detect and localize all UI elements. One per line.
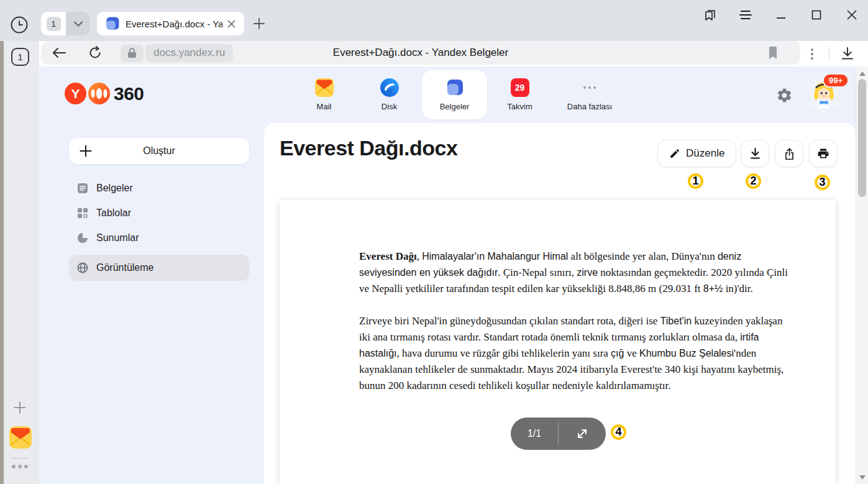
avatar-image [809,99,839,110]
yandex360-header: Y 360 [39,66,856,123]
nav-item-mail[interactable]: Mail [291,70,357,119]
menu-icon[interactable] [738,7,753,22]
paragraph: Zirveye biri Nepal'in güneydoğusundan çı… [359,313,794,394]
calendar-app-icon: 29 [511,78,529,97]
edit-label: Düzenle [686,147,724,160]
chrome-row: docs.yandex.ru Everest+Dağı.docx - Yande… [39,41,868,66]
sidebar-item-goruntuleme[interactable]: Görüntüleme [69,255,249,281]
fullscreen-button[interactable] [558,422,605,445]
sidebar-item-belgeler[interactable]: Belgeler [69,176,249,201]
minimize-icon[interactable] [774,7,788,22]
chrome-right-controls [803,41,864,66]
bookmark-flag-icon[interactable] [763,43,783,63]
lock-icon[interactable] [121,44,144,62]
scroll-up-arrow[interactable] [856,68,868,79]
url-text[interactable]: docs.yandex.ru [145,44,233,62]
print-document-button[interactable] [809,140,838,167]
nav-item-disk[interactable]: Disk [357,70,422,119]
downloads-icon[interactable] [837,43,858,65]
document-toolbar: Düzenle [264,140,856,167]
chevron-down-icon [74,21,83,27]
services-nav: Mail Disk [291,70,627,119]
address-bar[interactable]: docs.yandex.ru Everest+Dağı.docx - Yande… [41,41,800,65]
web-content: Y 360 [39,66,856,484]
logo-360-text: 360 [114,83,144,104]
share-icon [783,147,795,160]
docs-app-icon [445,78,464,97]
maximize-icon[interactable] [809,7,824,22]
plus-icon [79,144,93,158]
divider [11,458,29,459]
nav-item-belgeler[interactable]: Belgeler [422,70,487,119]
grid-icon [76,208,88,219]
annotation-badge-4: 4 [611,424,626,440]
edit-button[interactable]: Düzenle [657,140,736,167]
download-document-button[interactable] [741,140,769,167]
nav-item-takvim[interactable]: 29 Takvim [487,70,552,119]
document-view-card: Everest Dağı.docx Düzenle [264,123,856,484]
kebab-menu-icon[interactable] [803,45,821,63]
calendar-date-badge: 29 [511,78,529,97]
create-button[interactable]: Oluştur [69,138,249,164]
sidebar-item-tablolar[interactable]: Tablolar [69,201,249,226]
yandex-mail-app-icon[interactable] [9,426,32,449]
scrollbar-thumb[interactable] [858,79,866,197]
page-indicator-pill: 1/1 [511,418,606,450]
history-icon[interactable] [9,14,29,35]
back-icon[interactable] [48,42,70,63]
sidebar-item-sunumlar[interactable]: Sunumlar [69,226,249,250]
annotation-badge-2: 2 [746,173,761,189]
close-window-icon[interactable] [844,7,859,22]
tab-bar: 1 Everest+Dağı.docx - Yandex Belgeler [0,0,868,41]
annotation-badge-3: 3 [815,175,830,190]
notification-badge: 99+ [823,73,849,88]
bookmarks-panel-icon[interactable] [703,7,718,22]
expand-icon [576,427,588,440]
document-icon [76,183,88,194]
browser-window: 1 Everest+Dağı.docx - Yandex Belgeler [0,0,868,484]
more-dots-icon [580,78,599,97]
mail-app-icon [315,78,334,97]
tab-title: Everest+Dağı.docx - Yandex Belgeler [126,19,222,29]
yandex360-logo[interactable]: Y 360 [65,83,144,104]
globe-icon [76,262,88,274]
disk-app-icon [380,78,399,97]
yandex360-o-icon [88,83,110,104]
pencil-icon [669,148,680,159]
create-label: Oluştur [69,145,249,157]
pie-icon [76,232,88,244]
yandex-y-icon: Y [65,83,86,104]
divider [829,47,829,62]
docs-sidebar: Oluştur Belgeler [39,123,264,484]
docs-favicon-icon [105,16,120,31]
tab-everest-docx[interactable]: Everest+Dağı.docx - Yandex Belgeler [97,12,244,35]
download-icon [749,147,761,160]
window-controls [703,6,859,24]
nav-item-more[interactable]: Daha fazlası [552,70,627,119]
page-count: 1/1 [511,428,558,439]
scroll-down-arrow[interactable] [856,472,868,483]
document-text: Everest Dağı, Himalayalar'ın Mahalangur … [359,249,794,394]
browser-side-strip: 1 [0,41,39,484]
share-document-button[interactable] [775,140,803,167]
sidebar-tab-counter[interactable]: 1 [11,48,29,66]
settings-gear-icon[interactable] [775,86,793,104]
url-pill[interactable]: docs.yandex.ru [121,44,233,62]
tab-group-chevron[interactable] [66,12,89,35]
printer-icon [817,147,829,160]
reload-icon[interactable] [85,42,106,63]
tab-group-count: 1 [41,12,66,35]
paragraph: Everest Dağı, Himalayalar'ın Mahalangur … [359,249,794,297]
strip-add-icon[interactable] [12,400,27,415]
new-tab-button[interactable] [250,14,268,33]
tab-close-icon[interactable] [225,17,238,30]
vertical-scrollbar[interactable] [856,66,868,484]
strip-more-icon[interactable] [12,465,28,468]
tab-group-control[interactable]: 1 [41,12,89,35]
annotation-badge-1: 1 [688,173,703,189]
user-avatar[interactable]: 99+ [809,78,839,108]
